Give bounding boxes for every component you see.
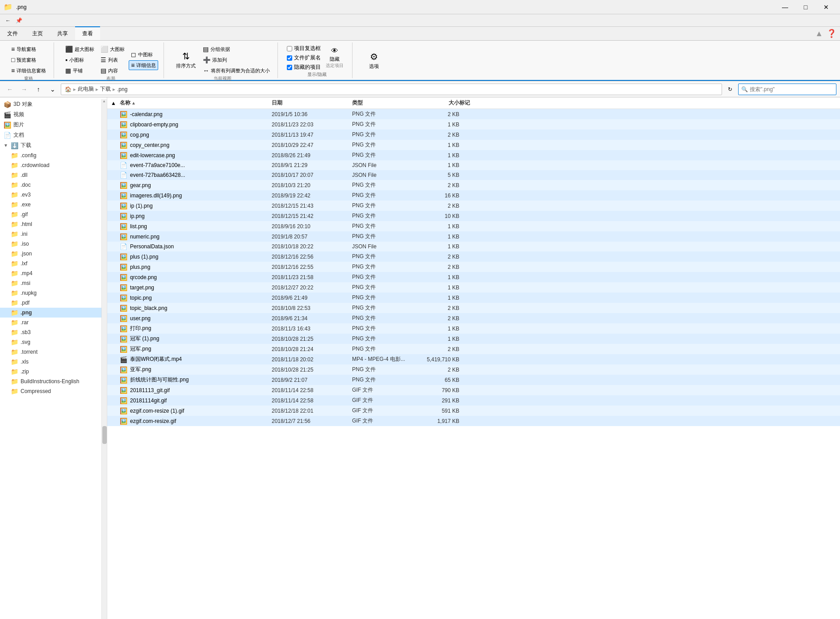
table-row[interactable]: 📄 event-77a9ace7100e... 2018/9/1 21:29 J… (107, 160, 840, 170)
sidebar-item-iso[interactable]: 📁 .iso (0, 239, 101, 249)
sidebar-item-rar[interactable]: 📁 .rar (0, 318, 101, 327)
sidebar-item-pdf[interactable]: 📁 .pdf (0, 298, 101, 308)
sidebar-item-3d[interactable]: 📦 3D 对象 (0, 99, 101, 109)
checkbox-selection[interactable]: 项目复选框 (287, 44, 321, 53)
table-row[interactable]: 🎬 泰国WRO闭幕式.mp4 2018/11/18 20:02 MP4 - MP… (107, 354, 840, 364)
back-button[interactable]: ← (4, 83, 16, 96)
table-row[interactable]: 🖼️ ip (1).png 2018/12/15 21:43 PNG 文件 2 … (107, 201, 840, 211)
fit-col-button[interactable]: ↔ 将所有列调整为合适的大小 (201, 66, 272, 75)
recent-button[interactable]: ⌄ (46, 83, 59, 96)
forward-button[interactable]: → (18, 83, 30, 96)
table-row[interactable]: 🖼️ plus.png 2018/12/16 22:55 PNG 文件 2 KB (107, 262, 840, 272)
sidebar-item-html[interactable]: 📁 .html (0, 219, 101, 229)
options-button[interactable]: ⚙ 选项 (363, 49, 385, 72)
sidebar-item-mp4[interactable]: 📁 .mp4 (0, 268, 101, 278)
table-row[interactable]: 🖼️ gear.png 2018/10/3 21:20 PNG 文件 2 KB (107, 180, 840, 190)
scroll-up-icon[interactable]: ▲ (102, 99, 106, 103)
table-row[interactable]: 🖼️ qrcode.png 2018/11/23 21:58 PNG 文件 1 … (107, 272, 840, 282)
sidebar-item-documents[interactable]: 📄 文档 (0, 130, 101, 140)
sidebar-item-doc[interactable]: 📁 .doc (0, 180, 101, 190)
sidebar-item-nupkg[interactable]: 📁 .nupkg (0, 288, 101, 298)
minimize-button[interactable]: — (775, 0, 795, 14)
sidebar-item-lxf[interactable]: 📁 .lxf (0, 259, 101, 268)
qa-pin-button[interactable]: 📌 (14, 16, 23, 25)
sort-button[interactable]: ⇅ 排序方式 (173, 49, 199, 71)
table-row[interactable]: 🖼️ copy_center.png 2018/10/29 22:47 PNG … (107, 140, 840, 150)
sidebar-item-exe[interactable]: 📁 .exe (0, 200, 101, 209)
table-row[interactable]: 🖼️ -calendar.png 2019/1/5 10:36 PNG 文件 2… (107, 109, 840, 119)
details-pane-button[interactable]: ≡ 详细信息窗格 (9, 66, 48, 75)
sidebar-item-config[interactable]: 📁 .config (0, 151, 101, 160)
sidebar-item-downloads[interactable]: ▼ ⬇️ 下载 (0, 140, 101, 151)
table-row[interactable]: 🖼️ 折线统计图与可能性.png 2018/9/2 21:07 PNG 文件 6… (107, 375, 840, 385)
col-date[interactable]: 日期 (272, 99, 352, 107)
col-tag[interactable]: 标记 (459, 99, 836, 107)
sidebar-scrollbar-thumb[interactable] (102, 426, 107, 444)
content-button[interactable]: ▤ 内容 (98, 66, 127, 75)
table-row[interactable]: 🖼️ imageres.dll(149).png 2018/9/19 22:42… (107, 190, 840, 201)
sidebar-item-gif[interactable]: 📁 .gif (0, 209, 101, 219)
tab-file[interactable]: 文件 (0, 27, 25, 40)
sidebar-item-xls[interactable]: 📁 .xls (0, 357, 101, 367)
extra-large-icon-button[interactable]: ⬛ 超大图标 (63, 44, 97, 54)
sidebar-item-zip[interactable]: 📁 .zip (0, 367, 101, 376)
ribbon-collapse-icon[interactable]: ▲ (815, 27, 827, 40)
table-row[interactable]: 🖼️ 20181113_git.gif 2018/11/14 22:58 GIF… (107, 385, 840, 395)
table-row[interactable]: 🖼️ topic_black.png 2018/10/8 22:53 PNG 文… (107, 303, 840, 313)
group-by-button[interactable]: ▤ 分组依据 (201, 44, 272, 54)
preview-pane-button[interactable]: □ 预览窗格 (9, 55, 48, 65)
table-row[interactable]: 🖼️ user.png 2018/9/6 21:34 PNG 文件 2 KB (107, 313, 840, 323)
table-row[interactable]: 📄 event-727baa663428... 2018/10/17 20:07… (107, 170, 840, 180)
sidebar-item-video[interactable]: 🎬 视频 (0, 109, 101, 120)
nav-pane-button[interactable]: ≡ 导航窗格 (9, 44, 48, 54)
sidebar-item-sb3[interactable]: 📁 .sb3 (0, 327, 101, 337)
up-button[interactable]: ↑ (32, 83, 45, 96)
checkbox-selection-input[interactable] (287, 46, 292, 51)
table-row[interactable]: 🖼️ edit-lowercase.png 2018/8/26 21:49 PN… (107, 150, 840, 160)
col-size[interactable]: 大小 (406, 99, 459, 107)
col-name[interactable]: 名称▲ (120, 99, 272, 107)
table-row[interactable]: 🖼️ ezgif.com-resize.gif 2018/12/7 21:56 … (107, 416, 840, 426)
table-row[interactable]: 🖼️ 冠军 (1).png 2018/10/28 21:25 PNG 文件 1 … (107, 334, 840, 344)
tile-button[interactable]: ▦ 平铺 (63, 66, 97, 75)
sidebar-item-ev3[interactable]: 📁 .ev3 (0, 190, 101, 200)
sidebar-item-build[interactable]: 📁 BuildInstructions-English (0, 376, 101, 386)
table-row[interactable]: 🖼️ plus (1).png 2018/12/16 22:56 PNG 文件 … (107, 251, 840, 262)
table-row[interactable]: 🖼️ topic.png 2018/9/6 21:49 PNG 文件 1 KB (107, 293, 840, 303)
small-icon-button[interactable]: ▪ 小图标 (63, 55, 97, 65)
sidebar-item-torrent[interactable]: 📁 .torrent (0, 347, 101, 357)
sidebar-item-svg[interactable]: 📁 .svg (0, 337, 101, 347)
search-input[interactable] (750, 86, 833, 92)
medium-icon-button[interactable]: ◻ 中图标 (129, 50, 158, 59)
col-type[interactable]: 类型 (352, 99, 406, 107)
sidebar-item-png[interactable]: 📁 .png (0, 308, 101, 318)
sidebar-item-crdownload[interactable]: 📁 .crdownload (0, 160, 101, 170)
sidebar-item-msi[interactable]: 📁 .msi (0, 278, 101, 288)
table-row[interactable]: 🖼️ numeric.png 2019/1/8 20:57 PNG 文件 1 K… (107, 231, 840, 242)
table-row[interactable]: 🖼️ list.png 2018/9/16 20:10 PNG 文件 1 KB (107, 221, 840, 231)
large-icon-button[interactable]: ⬜ 大图标 (98, 44, 127, 54)
checkbox-extension-input[interactable] (287, 55, 292, 61)
table-row[interactable]: 🖼️ 冠军.png 2018/10/28 21:24 PNG 文件 2 KB (107, 344, 840, 354)
close-button[interactable]: ✕ (816, 0, 836, 14)
detail-button[interactable]: ≡ 详细信息 (129, 60, 158, 70)
table-row[interactable]: 🖼️ cog.png 2018/11/13 19:47 PNG 文件 2 KB (107, 130, 840, 140)
sidebar-item-pictures[interactable]: 🖼️ 图片 (0, 120, 101, 130)
sidebar-item-ini[interactable]: 📁 .ini (0, 229, 101, 239)
refresh-button[interactable]: ↻ (724, 83, 736, 96)
sidebar-scrollbar[interactable]: ▲ ▼ (101, 99, 107, 619)
table-row[interactable]: 🖼️ ezgif.com-resize (1).gif 2018/12/18 2… (107, 406, 840, 416)
table-row[interactable]: 🖼️ clipboard-empty.png 2018/11/23 22:03 … (107, 119, 840, 130)
ribbon-help-icon[interactable]: ❓ (827, 27, 840, 40)
tab-share[interactable]: 共享 (50, 27, 75, 40)
table-row[interactable]: 🖼️ 亚军.png 2018/10/28 21:25 PNG 文件 2 KB (107, 364, 840, 375)
tab-home[interactable]: 主页 (25, 27, 50, 40)
hide-selection-button[interactable]: 👁 隐藏 选定项目 (323, 45, 347, 71)
tab-view[interactable]: 查看 (75, 26, 100, 40)
table-row[interactable]: 🖼️ 打印.png 2018/11/3 16:43 PNG 文件 1 KB (107, 323, 840, 334)
list-button[interactable]: ☰ 列表 (98, 55, 127, 65)
table-row[interactable]: 🖼️ target.png 2018/12/27 20:22 PNG 文件 1 … (107, 282, 840, 293)
address-path[interactable]: 🏠 ▸ 此电脑 ▸ 下载 ▸ .png (61, 84, 722, 95)
sidebar-item-compressed[interactable]: 📁 Compressed (0, 386, 101, 396)
sidebar-item-json[interactable]: 📁 .json (0, 249, 101, 259)
